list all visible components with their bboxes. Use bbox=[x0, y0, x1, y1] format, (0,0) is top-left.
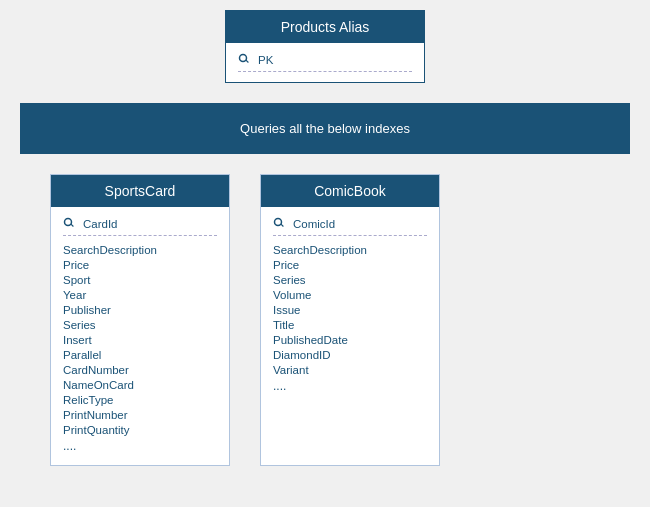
products-alias-table: Products Alias PK bbox=[225, 10, 425, 83]
queries-banner-text: Queries all the below indexes bbox=[240, 121, 410, 136]
list-item: Sport bbox=[63, 272, 217, 287]
list-item: SearchDescription bbox=[63, 242, 217, 257]
list-item: Series bbox=[273, 272, 427, 287]
comicbook-pk-icon bbox=[273, 217, 287, 231]
list-item: DiamondID bbox=[273, 347, 427, 362]
main-wrapper: Products Alias PK Queries all the below … bbox=[0, 0, 650, 476]
sportscard-ellipsis: .... bbox=[63, 437, 217, 455]
list-item: CardNumber bbox=[63, 362, 217, 377]
list-item: SearchDescription bbox=[273, 242, 427, 257]
list-item: Volume bbox=[273, 287, 427, 302]
list-item: Series bbox=[63, 317, 217, 332]
products-alias-pk-label: PK bbox=[258, 54, 273, 66]
pk-icon bbox=[238, 53, 252, 67]
products-alias-body: PK bbox=[226, 43, 424, 82]
list-item: Variant bbox=[273, 362, 427, 377]
comicbook-pk-label: ComicId bbox=[293, 218, 335, 230]
comicbook-table: ComicBook ComicId SearchDescriptionPrice… bbox=[260, 174, 440, 466]
sportscard-pk-row: CardId bbox=[63, 213, 217, 236]
list-item: PrintQuantity bbox=[63, 422, 217, 437]
products-alias-container: Products Alias PK bbox=[225, 10, 425, 83]
bottom-tables: SportsCard CardId SearchDescriptionPrice… bbox=[20, 174, 630, 466]
list-item: PrintNumber bbox=[63, 407, 217, 422]
list-item: Publisher bbox=[63, 302, 217, 317]
comicbook-field-list: SearchDescriptionPriceSeriesVolumeIssueT… bbox=[273, 236, 427, 377]
svg-rect-5 bbox=[281, 224, 284, 227]
sportscard-pk-label: CardId bbox=[83, 218, 118, 230]
svg-point-2 bbox=[65, 219, 72, 226]
comicbook-ellipsis: .... bbox=[273, 377, 427, 395]
sportscard-pk-icon bbox=[63, 217, 77, 231]
products-alias-pk-row: PK bbox=[238, 49, 412, 72]
comicbook-pk-row: ComicId bbox=[273, 213, 427, 236]
list-item: Price bbox=[63, 257, 217, 272]
list-item: NameOnCard bbox=[63, 377, 217, 392]
sportscard-field-list: SearchDescriptionPriceSportYearPublisher… bbox=[63, 236, 217, 437]
list-item: Price bbox=[273, 257, 427, 272]
sportscard-table: SportsCard CardId SearchDescriptionPrice… bbox=[50, 174, 230, 466]
list-item: Issue bbox=[273, 302, 427, 317]
list-item: Insert bbox=[63, 332, 217, 347]
svg-rect-3 bbox=[71, 224, 74, 227]
list-item: RelicType bbox=[63, 392, 217, 407]
svg-point-4 bbox=[275, 219, 282, 226]
svg-point-0 bbox=[240, 55, 247, 62]
list-item: PublishedDate bbox=[273, 332, 427, 347]
comicbook-body: ComicId SearchDescriptionPriceSeriesVolu… bbox=[261, 207, 439, 405]
list-item: Parallel bbox=[63, 347, 217, 362]
list-item: Title bbox=[273, 317, 427, 332]
svg-rect-1 bbox=[246, 60, 249, 63]
queries-banner: Queries all the below indexes bbox=[20, 103, 630, 154]
list-item: Year bbox=[63, 287, 217, 302]
comicbook-title: ComicBook bbox=[261, 175, 439, 207]
products-alias-title: Products Alias bbox=[226, 11, 424, 43]
sportscard-body: CardId SearchDescriptionPriceSportYearPu… bbox=[51, 207, 229, 465]
sportscard-title: SportsCard bbox=[51, 175, 229, 207]
